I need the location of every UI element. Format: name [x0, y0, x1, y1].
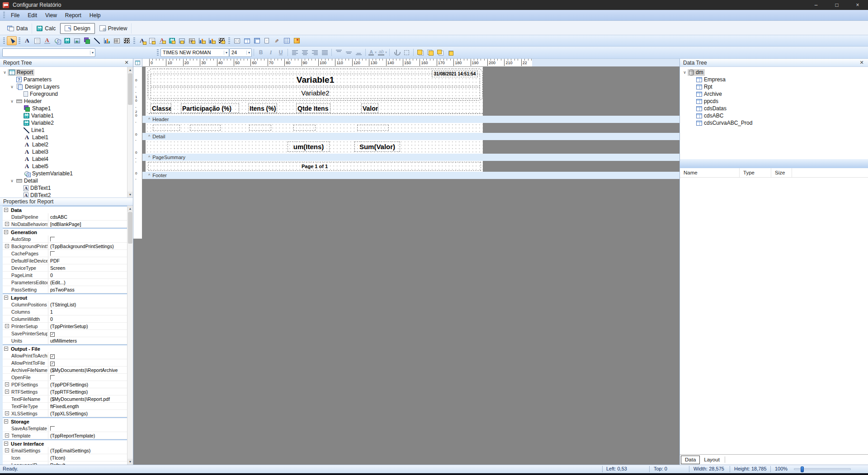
- expand-icon[interactable]: +: [5, 390, 9, 394]
- tab-data[interactable]: Data: [3, 23, 32, 34]
- property-textfiletype[interactable]: TextFileTypeftFixedLength: [3, 403, 127, 410]
- column-label-valor[interactable]: Valor: [361, 103, 378, 113]
- property-archivefilename[interactable]: ArchiveFileName($MyDocuments)\ReportArch…: [3, 367, 127, 374]
- fields-list[interactable]: [680, 178, 868, 454]
- detail-band-page[interactable]: [146, 123, 483, 133]
- tab-preview[interactable]: Preview: [95, 23, 132, 34]
- align-justify-button[interactable]: [320, 48, 330, 57]
- property-columns[interactable]: Columns1: [3, 308, 127, 315]
- properties-scrollbar[interactable]: ▲ ▼: [127, 206, 133, 465]
- scroll-down-icon[interactable]: ▼: [127, 192, 133, 198]
- report-tree-item-shape1[interactable]: Shape1: [0, 105, 127, 112]
- property-languageid[interactable]: LanguageIDDefault: [3, 461, 127, 465]
- expander-icon[interactable]: ∨: [9, 179, 15, 183]
- expand-icon[interactable]: +: [5, 244, 9, 248]
- underline-button[interactable]: U: [276, 48, 286, 57]
- property-autostop[interactable]: AutoStop: [3, 235, 127, 243]
- property-saveprintersetup[interactable]: SavePrinterSetup✓: [3, 330, 127, 337]
- data-tree-item-ppcds[interactable]: ppcds: [680, 98, 868, 105]
- pagesummary-band-page[interactable]: Page 1 of 1: [146, 161, 483, 172]
- zoom-slider-thumb[interactable]: [801, 466, 804, 472]
- report-tree-item-label5[interactable]: Label5: [0, 163, 127, 170]
- selection-box-button[interactable]: [401, 48, 411, 57]
- barcode-tool[interactable]: [112, 36, 122, 45]
- column-label-qtde-itens[interactable]: Qtde Itens: [296, 103, 330, 113]
- expand-icon[interactable]: +: [5, 448, 9, 452]
- menu-help[interactable]: Help: [85, 11, 105, 20]
- property-datapipeline[interactable]: DataPipelinecdsABC: [3, 213, 127, 221]
- send-to-back-button[interactable]: [425, 48, 435, 57]
- chevron-down-icon[interactable]: ▾: [90, 51, 95, 55]
- property-openfile[interactable]: OpenFile: [3, 374, 127, 381]
- report-tree-item-label3[interactable]: Label3: [0, 148, 127, 155]
- expander-icon[interactable]: ∨: [682, 70, 688, 75]
- valign-top-button[interactable]: [334, 48, 344, 57]
- checkbox[interactable]: ✓: [50, 362, 55, 366]
- data-tree-item-cdsabc[interactable]: cdsABC: [680, 112, 868, 119]
- data-tree-item-cdsdatas[interactable]: cdsDatas: [680, 105, 868, 112]
- line-tool[interactable]: [92, 36, 102, 45]
- band-strip-header[interactable]: ^Header: [142, 116, 679, 123]
- collapse-icon[interactable]: −: [4, 419, 8, 423]
- tab-calc[interactable]: Calc: [32, 23, 60, 34]
- data-tree-item-cdscurvaabc-prod[interactable]: cdsCurvaABC_Prod: [680, 119, 868, 127]
- memo-tool[interactable]: [32, 36, 42, 45]
- ruler-corner[interactable]: [133, 59, 142, 67]
- report-tree-item-variable2[interactable]: Variable2: [0, 119, 127, 127]
- collapse-icon[interactable]: −: [4, 230, 8, 234]
- menu-file[interactable]: File: [7, 11, 24, 20]
- data-tree-item-dm[interactable]: ∨dm: [680, 69, 868, 76]
- scroll-up-icon[interactable]: ▲: [127, 206, 133, 212]
- expander-icon[interactable]: ∨: [9, 85, 15, 89]
- report-tree-item-detail[interactable]: ∨Detail: [0, 177, 127, 184]
- expand-icon[interactable]: +: [5, 382, 9, 386]
- shape-tool[interactable]: [82, 36, 92, 45]
- dbmemo-tool[interactable]: [147, 36, 157, 45]
- scrollbar-thumb[interactable]: [128, 212, 132, 244]
- font-size-combo[interactable]: 24▾: [229, 48, 252, 57]
- scroll-up-icon[interactable]: ▲: [127, 67, 133, 73]
- column-header-name[interactable]: Name: [680, 168, 740, 177]
- header-band-page[interactable]: Variable1 31/08/2021 14:51:54 Variable2 …: [146, 67, 483, 116]
- align-right-button[interactable]: [310, 48, 320, 57]
- image-tool[interactable]: [72, 36, 82, 45]
- crosstab-tool[interactable]: [252, 36, 262, 45]
- property-columnwidth[interactable]: ColumnWidth0: [3, 315, 127, 323]
- property-icon[interactable]: Icon(TIcon): [3, 454, 127, 461]
- property-backgroundprintse[interactable]: +BackgroundPrintSe(TppBackgroundPrintSet…: [3, 243, 127, 250]
- checkbox[interactable]: [50, 375, 55, 380]
- tab-design[interactable]: Design: [60, 23, 94, 34]
- variable-tool[interactable]: [62, 36, 72, 45]
- dbtext-placeholder[interactable]: [357, 125, 389, 131]
- bring-forward-button[interactable]: [435, 48, 445, 57]
- report-tree-item-label2[interactable]: Label2: [0, 141, 127, 148]
- band-strip-detail[interactable]: ^Detail: [142, 133, 679, 140]
- systemvariable1-datetime[interactable]: 31/08/2021 14:51:54: [432, 71, 478, 77]
- label-tool[interactable]: [22, 36, 32, 45]
- band-collapse-icon[interactable]: ^: [148, 134, 150, 139]
- collapse-icon[interactable]: −: [4, 347, 8, 351]
- chevron-down-icon[interactable]: ▾: [224, 51, 229, 55]
- checkbox[interactable]: [50, 251, 55, 256]
- section-generation[interactable]: −Generation: [3, 228, 127, 235]
- report-tree-item-dbtext2[interactable]: DBText2: [0, 192, 127, 198]
- report-tree-item-foreground[interactable]: Foreground: [0, 90, 127, 98]
- send-backward-button[interactable]: [445, 48, 455, 57]
- column-label-participa-o[interactable]: Participação (%): [181, 103, 239, 113]
- summary-band-page[interactable]: um(Itens) Sum(Valor): [146, 140, 483, 154]
- band-collapse-icon[interactable]: ^: [148, 117, 150, 122]
- bring-to-front-button[interactable]: [415, 48, 425, 57]
- property-saveastemplate[interactable]: SaveAsTemplate: [3, 425, 127, 432]
- dbbarcode-tool[interactable]: [187, 36, 197, 45]
- page-count-component[interactable]: Page 1 of 1: [148, 162, 481, 171]
- data-tree-item-rpt[interactable]: Rpt: [680, 83, 868, 90]
- property-template[interactable]: +Template(TppReportTemplate): [3, 432, 127, 439]
- dbrichtext-tool[interactable]: [157, 36, 167, 45]
- expand-icon[interactable]: +: [5, 222, 9, 226]
- expand-icon[interactable]: +: [5, 411, 9, 415]
- collapse-icon[interactable]: −: [4, 208, 8, 212]
- property-units[interactable]: UnitsutMillimeters: [3, 337, 127, 344]
- property-rtfsettings[interactable]: +RTFSettings(TppRTFSettings): [3, 388, 127, 395]
- close-button[interactable]: ×: [847, 0, 868, 10]
- expander-icon[interactable]: ∨: [9, 99, 15, 103]
